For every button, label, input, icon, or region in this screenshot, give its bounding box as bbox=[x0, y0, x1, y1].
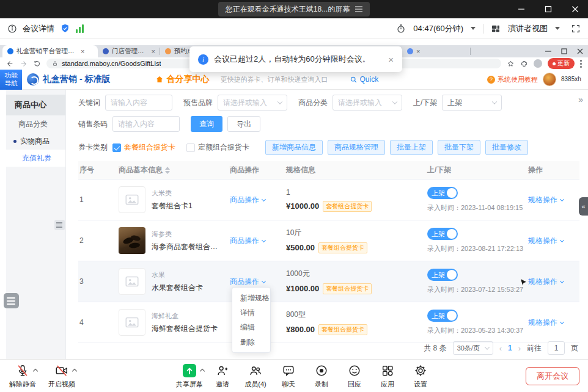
members-button[interactable]: 成员(4) bbox=[239, 363, 272, 389]
menu-item-edit[interactable]: 编辑 bbox=[232, 320, 270, 335]
spec-op-dropdown[interactable]: 规格操作 bbox=[528, 318, 564, 328]
right-drawer-handle[interactable]: « bbox=[579, 197, 588, 216]
sidebar-item-gift-voucher[interactable]: 充值礼券 bbox=[6, 150, 65, 167]
toggle-knob-icon bbox=[447, 270, 457, 280]
close-icon[interactable] bbox=[568, 2, 582, 16]
tutorial-link[interactable]: ? 系统使用教程 bbox=[487, 75, 538, 84]
leave-meeting-button[interactable]: 离开会议 bbox=[526, 367, 579, 385]
browser-tab-hidden-3[interactable]: × bbox=[402, 45, 471, 57]
quick-search-link[interactable]: Quick bbox=[350, 75, 378, 84]
barcode-input[interactable] bbox=[112, 116, 180, 132]
goto-page-input[interactable] bbox=[548, 341, 565, 355]
keyword-input[interactable] bbox=[105, 95, 172, 111]
browser-minimize-icon[interactable] bbox=[545, 48, 551, 54]
apps-button[interactable]: 应用 bbox=[371, 363, 404, 389]
sidebar-item-physical-goods[interactable]: 实物商品 bbox=[6, 132, 65, 150]
browser-profile-avatar[interactable] bbox=[534, 59, 542, 68]
user-avatar[interactable] bbox=[543, 73, 556, 86]
product-op-dropdown[interactable]: 商品操作 bbox=[230, 195, 265, 205]
unmute-button[interactable]: 解除静音 bbox=[6, 363, 39, 389]
sidebar-section-product-center[interactable]: 商品中心 bbox=[6, 95, 65, 115]
page-size-select[interactable]: 30条/页 bbox=[453, 341, 493, 355]
video-options-caret-icon[interactable] bbox=[72, 369, 77, 374]
share-center-link[interactable]: 合分享中心 bbox=[155, 74, 209, 85]
timer-caret-icon[interactable] bbox=[471, 27, 476, 30]
combo-card-checkbox-label[interactable]: 套餐组合提货卡 bbox=[124, 142, 175, 153]
spec-op-dropdown[interactable]: 规格操作 bbox=[528, 277, 564, 287]
refresh-icon[interactable] bbox=[33, 60, 41, 68]
settings-button[interactable]: 设置 bbox=[404, 363, 437, 389]
next-page-icon[interactable]: › bbox=[518, 344, 521, 353]
tab-close-icon[interactable]: × bbox=[152, 48, 155, 55]
invite-button[interactable]: 邀请 bbox=[206, 363, 239, 389]
category-select[interactable]: 请选择或输入 bbox=[333, 95, 402, 111]
browser-update-button[interactable]: 更新 bbox=[548, 58, 575, 69]
product-op-dropdown[interactable]: 商品操作 bbox=[230, 236, 265, 246]
tab-close-icon[interactable]: × bbox=[416, 48, 420, 55]
menu-item-delete[interactable]: 删除 bbox=[232, 335, 270, 349]
record-button[interactable]: 录制 bbox=[305, 363, 338, 389]
sidebar-drag-handle[interactable] bbox=[54, 220, 65, 230]
sort-icon[interactable] bbox=[165, 167, 170, 174]
spec-op-dropdown[interactable]: 规格操作 bbox=[528, 195, 564, 205]
toast-close-icon[interactable]: × bbox=[388, 55, 394, 64]
mic-options-caret-icon[interactable] bbox=[33, 369, 38, 374]
add-product-button[interactable]: 新增商品信息 bbox=[265, 140, 323, 155]
fixed-card-checkbox-label[interactable]: 定额组合提货卡 bbox=[198, 142, 249, 153]
banner-menu-icon[interactable] bbox=[355, 6, 362, 12]
browser-close-icon[interactable] bbox=[577, 48, 583, 54]
back-icon[interactable] bbox=[6, 60, 14, 68]
share-options-caret-icon[interactable] bbox=[200, 369, 205, 374]
menu-item-add-spec[interactable]: 新增规格 bbox=[232, 291, 270, 305]
prev-page-icon[interactable]: ‹ bbox=[499, 344, 502, 353]
username-text[interactable]: 8385xh bbox=[561, 76, 583, 83]
fullscreen-icon[interactable] bbox=[571, 24, 581, 34]
export-button[interactable]: 导出 bbox=[227, 116, 260, 132]
combo-card-checkbox[interactable] bbox=[112, 143, 121, 152]
forward-icon[interactable] bbox=[20, 60, 28, 68]
network-signal-icon[interactable] bbox=[76, 24, 84, 33]
extensions-icon[interactable] bbox=[520, 60, 528, 68]
browser-menu-icon[interactable] bbox=[580, 60, 582, 68]
sidebar-item-product-category[interactable]: 商品分类 bbox=[6, 115, 65, 132]
tab-close-icon[interactable]: × bbox=[81, 48, 84, 55]
function-nav-button[interactable]: 功能导航 bbox=[0, 70, 22, 90]
batch-edit-button[interactable]: 批量修改 bbox=[485, 140, 528, 155]
search-button[interactable]: 查询 bbox=[191, 116, 222, 132]
collapse-panel-icon[interactable]: » bbox=[578, 95, 583, 104]
current-page[interactable]: 1 bbox=[508, 344, 512, 352]
shelf-select[interactable]: 上架 bbox=[442, 95, 502, 111]
browser-maximize-icon[interactable] bbox=[561, 48, 567, 54]
minimize-icon[interactable] bbox=[515, 2, 528, 16]
shelf-toggle[interactable]: 上架 bbox=[427, 228, 458, 240]
browser-tab-gift-admin[interactable]: 礼盒营销平台管理中心 × bbox=[2, 45, 98, 57]
start-video-button[interactable]: 开启视频 bbox=[45, 363, 78, 389]
bookmark-star-icon[interactable] bbox=[507, 60, 515, 68]
shelf-toggle[interactable]: 上架 bbox=[427, 269, 458, 281]
batch-on-shelf-button[interactable]: 批量上架 bbox=[390, 140, 433, 155]
react-button[interactable]: 回应 bbox=[338, 363, 371, 389]
view-mode-selector[interactable]: 演讲者视图 bbox=[508, 23, 548, 34]
maximize-icon[interactable] bbox=[542, 2, 555, 16]
product-table: 序号 商品基本信息 商品操作 规格信息 上/下架 操作 bbox=[78, 161, 579, 343]
url-text: standard.maboy.cn/GoodsGiftList bbox=[62, 60, 161, 67]
spec-op-dropdown[interactable]: 规格操作 bbox=[528, 236, 564, 246]
chat-button[interactable]: 聊天 bbox=[272, 363, 305, 389]
view-caret-icon[interactable] bbox=[555, 27, 560, 30]
meeting-toolbar: 解除静音 开启视频 共享屏幕 邀请 bbox=[0, 359, 588, 392]
shelf-toggle[interactable]: 上架 bbox=[427, 310, 458, 322]
share-screen-button[interactable]: 共享屏幕 bbox=[173, 363, 206, 389]
shelf-toggle[interactable]: 上架 bbox=[427, 187, 458, 199]
menu-item-detail[interactable]: 详情 bbox=[232, 305, 270, 320]
fixed-card-checkbox[interactable] bbox=[186, 143, 195, 152]
product-op-dropdown[interactable]: 商品操作 bbox=[230, 277, 265, 287]
floating-list-widget[interactable] bbox=[4, 293, 19, 308]
app-brand: 礼盒营销 - 标准版 bbox=[27, 73, 110, 85]
meeting-details-link[interactable]: 会议详情 bbox=[23, 23, 54, 34]
spec-manage-button[interactable]: 商品规格管理 bbox=[328, 140, 385, 155]
header-product-info[interactable]: 商品基本信息 bbox=[114, 165, 224, 175]
browser-tab-store-admin[interactable]: 门店管理中心 × bbox=[98, 45, 160, 57]
brand-select[interactable]: 请选择或输入 bbox=[218, 95, 287, 111]
shield-check-icon[interactable] bbox=[60, 23, 70, 34]
batch-off-shelf-button[interactable]: 批量下架 bbox=[438, 140, 480, 155]
